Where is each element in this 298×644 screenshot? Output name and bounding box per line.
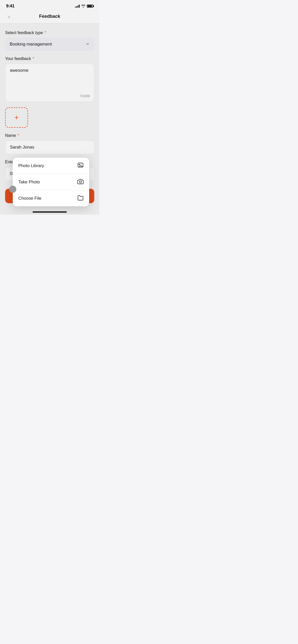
take-photo-item[interactable]: Take Photo bbox=[13, 174, 89, 190]
file-picker-menu: Photo Library Take Photo Choose File bbox=[13, 158, 89, 206]
gray-dot-indicator bbox=[9, 186, 16, 193]
choose-file-label: Choose File bbox=[18, 196, 42, 201]
choose-file-item[interactable]: Choose File bbox=[13, 190, 89, 206]
photo-library-item[interactable]: Photo Library bbox=[13, 158, 89, 174]
svg-point-2 bbox=[79, 181, 82, 183]
camera-icon bbox=[77, 179, 84, 185]
svg-point-1 bbox=[79, 164, 80, 165]
take-photo-label: Take Photo bbox=[18, 180, 40, 185]
photo-library-label: Photo Library bbox=[18, 163, 44, 168]
folder-icon bbox=[77, 195, 84, 202]
photo-library-icon bbox=[77, 162, 84, 169]
